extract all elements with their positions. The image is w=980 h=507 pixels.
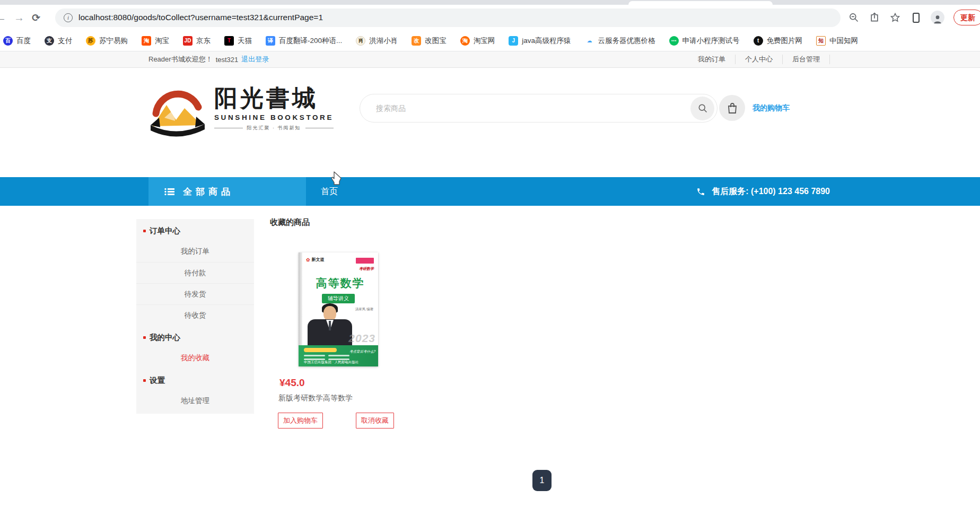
active-tab[interactable] [628, 1, 773, 5]
back-icon[interactable]: ← [0, 12, 6, 23]
bookmark-item[interactable]: ☁云服务器优惠价格 [585, 36, 655, 46]
main-nav: 全部商品 首页 售后服务: (+100) 123 456 7890 [0, 177, 980, 206]
site-header: 阳光書城 SUNSHINE BOOKSTORE 阳光汇聚 · 书阅新知 我的购物… [0, 68, 980, 177]
welcome-text: Reader书城欢迎您！ [148, 55, 213, 64]
favicon: 百 [3, 36, 13, 46]
browser-toolbar: ← → ⟳ i localhost:8080/goods/toCollect?u… [0, 5, 980, 30]
cover-bottom-band: 考点背后考什么? 中国工信出版集团 · 人民邮电出版社 [299, 345, 378, 366]
pagination-page-1[interactable]: 1 [532, 470, 552, 491]
zoom-indicator-icon[interactable] [848, 12, 860, 23]
sidebar: 订单中心 我的订单 待付款 待发货 待收货 我的中心 我的收藏 设置 地址管理 [136, 219, 254, 414]
add-to-cart-button[interactable]: 加入购物车 [278, 413, 323, 429]
cover-brand: ✿ 新文道 [306, 257, 325, 263]
cover-subtitle: 辅导讲义 [322, 294, 355, 303]
author-photo [303, 303, 355, 349]
sidebar-item-pending-shipment[interactable]: 待发货 [136, 283, 254, 304]
bookmark-item[interactable]: 百百度 [3, 36, 31, 46]
site-utility-bar: Reader书城欢迎您！ test321 退出登录 我的订单 个人中心 后台管理 [0, 51, 980, 68]
sidebar-item-address-management[interactable]: 地址管理 [136, 390, 254, 412]
favicon: 支 [45, 36, 54, 46]
site-info-icon[interactable]: i [64, 13, 73, 22]
browser-tab-strip [0, 0, 980, 5]
bookmark-item[interactable]: 知中国知网 [816, 36, 858, 46]
product-image[interactable]: ✿ 新文道 考研数学 高等数学 辅导讲义 汤家凤 编著 2023 [299, 252, 378, 366]
bookmark-item[interactable]: ⋯申请小程序测试号 [669, 36, 740, 46]
favicon: T [224, 36, 234, 46]
share-icon[interactable] [869, 12, 880, 23]
cancel-collect-button[interactable]: 取消收藏 [356, 413, 394, 429]
favicon: ⋯ [669, 36, 679, 46]
favicon: ☁ [585, 36, 594, 46]
all-goods-menu[interactable]: 全部商品 [148, 177, 306, 206]
cart-area: 我的购物车 [719, 95, 790, 121]
bookmark-item[interactable]: t免费图片网 [754, 36, 803, 46]
logo-cn-text: 阳光書城 [214, 86, 334, 111]
bookmark-item[interactable]: Jjava高级程序猿 [509, 36, 571, 46]
bookmark-star-icon[interactable] [889, 12, 901, 23]
red-bullet-icon [143, 230, 146, 232]
cover-band-note: 考点背后考什么? [349, 349, 375, 354]
favicon: 苏 [86, 36, 95, 46]
bookmark-item[interactable]: 淘淘宝网 [460, 36, 495, 46]
favicon: 淘 [142, 36, 151, 46]
bookmark-item[interactable]: 苏苏宁易购 [86, 36, 128, 46]
search-icon [697, 103, 708, 113]
sidebar-section-orders: 订单中心 [136, 219, 254, 241]
search-input[interactable] [376, 104, 690, 112]
site-logo[interactable]: 阳光書城 SUNSHINE BOOKSTORE 阳光汇聚 · 书阅新知 [148, 86, 334, 137]
sidebar-section-settings: 设置 [136, 369, 254, 390]
browser-update-button[interactable]: 更新 [953, 10, 980, 25]
nav-home-link[interactable]: 首页 [321, 186, 338, 197]
bookmark-item[interactable]: T天猫 [224, 36, 252, 46]
main-panel: 收藏的商品 ✿ 新文道 考研数学 高等数学 辅导讲义 汤家凤 编著 2023 [270, 217, 832, 228]
favicon: 知 [816, 36, 826, 46]
red-bullet-icon [143, 379, 146, 382]
utility-link-profile[interactable]: 个人中心 [736, 55, 783, 64]
favicon: 肖 [356, 36, 365, 46]
cover-mini-tag [356, 258, 374, 264]
bookmark-item[interactable]: 译百度翻译-200种语... [266, 36, 342, 46]
utility-link-orders[interactable]: 我的订单 [688, 55, 736, 64]
cover-year: 2023 [348, 332, 375, 345]
cart-button[interactable] [719, 95, 745, 121]
cart-label[interactable]: 我的购物车 [752, 103, 790, 113]
logout-link[interactable]: 退出登录 [241, 55, 269, 64]
url-bar[interactable]: i localhost:8080/goods/toCollect?usernam… [55, 8, 841, 27]
username-text: test321 [216, 56, 239, 64]
bookmark-item[interactable]: 支支付 [45, 36, 72, 46]
phone-icon [696, 187, 705, 196]
side-panel-icon[interactable] [910, 12, 922, 23]
product-price: ¥45.0 [279, 377, 408, 389]
utility-link-admin[interactable]: 后台管理 [783, 55, 830, 64]
content-area: 订单中心 我的订单 待付款 待发货 待收货 我的中心 我的收藏 设置 地址管理 … [0, 206, 980, 506]
cover-badge: 考研数学 [356, 266, 374, 272]
favicon: t [754, 36, 763, 46]
bookmark-item[interactable]: 淘淘宝 [142, 36, 169, 46]
favicon: 译 [266, 36, 275, 46]
sidebar-item-my-collection[interactable]: 我的收藏 [136, 347, 254, 369]
url-text[interactable]: localhost:8080/goods/toCollect?username=… [78, 13, 323, 22]
profile-avatar[interactable] [931, 11, 944, 24]
logo-en-text: SUNSHINE BOOKSTORE [214, 113, 334, 121]
favicon: JD [183, 36, 192, 46]
favicon: 改 [412, 36, 421, 46]
sidebar-item-my-orders[interactable]: 我的订单 [136, 241, 254, 262]
shopping-bag-icon [726, 102, 739, 115]
red-bullet-icon [143, 336, 146, 339]
bookmark-item[interactable]: 肖洪湖小肖 [356, 36, 398, 46]
browser-nav-buttons: ← → ⟳ [0, 12, 55, 23]
favicon: J [509, 36, 518, 46]
logo-book-icon [148, 86, 207, 137]
sidebar-item-pending-payment[interactable]: 待付款 [136, 262, 254, 283]
list-icon [164, 188, 174, 196]
bookmarks-bar: 百百度 支支付 苏苏宁易购 淘淘宝 JD京东 T天猫 译百度翻译-200种语..… [0, 30, 980, 51]
search-button[interactable] [690, 97, 714, 120]
bookmark-item[interactable]: JD京东 [183, 36, 211, 46]
cover-publisher: 中国工信出版集团 · 人民邮电出版社 [304, 360, 358, 365]
product-name: 新版考研数学高等数学 [278, 394, 408, 403]
sidebar-item-pending-receipt[interactable]: 待收货 [136, 304, 254, 326]
sidebar-section-my-center: 我的中心 [136, 326, 254, 347]
bookmark-item[interactable]: 改改图宝 [412, 36, 447, 46]
reload-icon[interactable]: ⟳ [32, 13, 40, 23]
forward-icon[interactable]: → [14, 12, 24, 23]
